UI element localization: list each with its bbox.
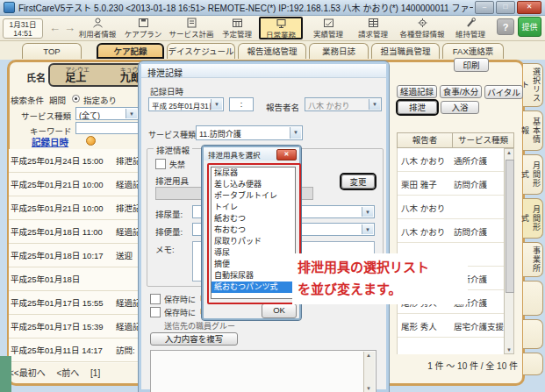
toolbar-item-schedule[interactable]: 予定管理 (218, 17, 256, 39)
meal-water-button[interactable]: 食事/水分 (440, 85, 482, 98)
tab-staff-管理[interactable]: 担当職員管理 (371, 43, 440, 59)
side-tab-office[interactable]: 事業所 (523, 242, 543, 277)
checkbox-icon[interactable] (155, 159, 166, 169)
gear-icon (397, 18, 448, 28)
toolbar-item-service-plan[interactable]: サービス計画 (167, 17, 216, 39)
side-tab-selection-list[interactable]: 選択リスト (523, 63, 543, 107)
list-item[interactable]: 平成25年01月21日 10:00経過記 (9, 173, 160, 196)
tab-work-journal[interactable]: 業務日誌 (309, 43, 369, 59)
minimize-icon[interactable] (475, 1, 494, 14)
bath-button[interactable]: 入浴 (441, 101, 479, 114)
period-radio[interactable] (72, 95, 80, 103)
scroll-down-icon[interactable]: ▼ (505, 347, 513, 353)
side-tab-blank-3[interactable] (523, 353, 543, 375)
side-tab-blank-1[interactable] (523, 281, 543, 316)
date-time-display[interactable]: 1月31日 14:51 (3, 18, 43, 39)
send-group-label: 送信先の職員グルー (164, 320, 235, 331)
list-item[interactable]: 平成25年01月18日 10:17送迎 (9, 244, 160, 267)
list-item[interactable]: 平成25年01月11日 14:17訪問: (9, 339, 160, 362)
reporter-column-header[interactable]: 報告者 (398, 133, 453, 147)
record-datetime-sort-link[interactable]: 記録日時 (32, 135, 68, 148)
dialog-scrollbar[interactable]: ▲ ▼ (363, 352, 375, 392)
close-icon[interactable]: ✕ (276, 149, 297, 160)
toolbar-item-billing[interactable]: 請求管理 (354, 17, 392, 39)
incontinence-checkbox[interactable]: 失禁 (155, 159, 185, 170)
tab-top[interactable]: TOP (22, 43, 82, 59)
mobile-link-button[interactable]: 提供 (518, 17, 541, 37)
list-item[interactable]: 平成25年01月24日 15:00排泄記 (9, 149, 160, 173)
print-button[interactable]: 印刷 (454, 58, 489, 72)
scroll-down-icon[interactable]: ▼ (364, 386, 373, 391)
tab-day-schedule[interactable]: デイスケジュール (167, 43, 235, 59)
dialog-content-area[interactable]: ▲ ▼ (150, 350, 376, 392)
forward-arrow-icon[interactable]: → (64, 21, 75, 34)
ok-button[interactable]: OK (262, 303, 297, 318)
checkbox-icon[interactable] (150, 294, 161, 304)
chevron-down-icon[interactable]: ▼ (125, 109, 137, 118)
toolbar-item-maintenance[interactable]: 維持管理 (451, 17, 490, 39)
list-item[interactable]: 平成25年01月18日 11:00経過記 (9, 220, 160, 244)
chevron-down-icon[interactable]: ▼ (362, 225, 373, 234)
dialog-titlebar[interactable]: 排泄記録 (141, 64, 386, 78)
toolbar-item-care-plan[interactable]: ケアプラン (123, 17, 163, 39)
keyword-input[interactable] (75, 122, 139, 134)
toolbar-item-registration[interactable]: 各種登録情報 (397, 17, 448, 39)
maximize-icon[interactable] (496, 1, 515, 14)
sort-icon[interactable] (86, 136, 96, 146)
help-button[interactable]: ? (497, 18, 514, 35)
progress-record-button[interactable]: 経過記録 (397, 85, 437, 98)
record-time-input[interactable]: : (229, 97, 254, 111)
toolbar-item-daily-work[interactable]: 日常業務 (259, 17, 303, 39)
list-item[interactable]: 平成25年01月18日 (9, 267, 160, 291)
urine-label: 排尿量: (155, 208, 183, 220)
tab-care-record[interactable]: ケア記録 (97, 43, 164, 59)
record-date-select[interactable]: 平成 25年01月31日▼ (148, 97, 224, 111)
side-tab-basic-info[interactable]: 基本情報 (523, 110, 543, 151)
tool-label: 排泄用具 (155, 175, 189, 187)
page-first-link[interactable]: <<最初へ (9, 368, 46, 378)
chevron-down-icon[interactable]: ▼ (211, 99, 222, 110)
list-item[interactable]: 平成25年01月21日 10:00排泄記 (9, 196, 160, 220)
excretion-button[interactable]: 排泄 (398, 101, 437, 114)
back-arrow-icon[interactable]: ← (49, 21, 61, 34)
scroll-up-icon[interactable]: ▲ (505, 150, 513, 155)
change-tool-button[interactable]: 変更 (341, 175, 375, 189)
close-icon[interactable] (517, 1, 541, 14)
table-scrollbar[interactable]: ▲ ▼ (504, 148, 514, 354)
table-row[interactable]: 尾形 秀人居宅介護支援 (398, 314, 504, 338)
page-prev-link[interactable]: <前へ (56, 368, 79, 378)
list-item[interactable]: 平成25年01月17日 15:55経過記 (9, 291, 160, 315)
tool-picker-dialog: 排泄用具を選択 ✕ 採尿器 差し込み便器 ポータブルトイレ トイレ 紙おむつ 布… (202, 146, 301, 320)
reporter-label: 報告者名 (266, 101, 299, 113)
vital-button[interactable]: バイタル (484, 85, 523, 99)
reporter-select[interactable]: 八木 かおり▼ (305, 97, 382, 111)
scrollbar-thumb[interactable] (506, 160, 514, 293)
chevron-down-icon: ▼ (369, 99, 380, 110)
tab-report-contact[interactable]: 報告連絡管理 (238, 43, 306, 59)
scroll-up-icon[interactable]: ▲ (364, 353, 373, 358)
table-row[interactable]: 八木 かおり訪問介護 (398, 219, 504, 243)
checkbox-icon[interactable] (150, 307, 161, 317)
chevron-down-icon[interactable]: ▼ (290, 127, 301, 139)
table-row[interactable]: 栗田 雅子訪問介護 (398, 172, 504, 196)
table-row[interactable] (398, 338, 504, 354)
toolbar-time: 14:51 (4, 29, 42, 38)
chevron-down-icon[interactable]: ▼ (362, 207, 373, 217)
list-item[interactable]: 平成25年01月 (9, 362, 160, 363)
care-plan-icon (123, 18, 163, 28)
side-tab-blank-2[interactable] (523, 319, 543, 349)
table-row[interactable]: 八木 かおり通所介護 (398, 148, 504, 172)
toolbar-item-results[interactable]: 実績管理 (309, 17, 348, 39)
pagination: <<最初へ <前へ [1] (9, 366, 109, 379)
dialog-service-select[interactable]: 11.訪問介護▼ (196, 125, 303, 140)
table-row[interactable]: 八木 かおり (398, 196, 504, 219)
toolbar-item-user-info[interactable]: 利用者情報 (75, 17, 119, 39)
service-filter-select[interactable]: (全て)▼ (75, 107, 139, 120)
service-column-header[interactable]: サービス種類 (453, 133, 513, 147)
results-icon (309, 18, 348, 28)
tab-fax[interactable]: FAX連絡票 (442, 43, 504, 59)
copy-input-button[interactable]: 入力内容を複写 (150, 332, 238, 346)
side-tab-monthly-2[interactable]: 月間形式 (523, 198, 543, 239)
side-tab-monthly-1[interactable]: 月間形式 (523, 154, 543, 195)
list-item[interactable]: 平成25年01月17日 15:39経過記 (9, 315, 160, 339)
